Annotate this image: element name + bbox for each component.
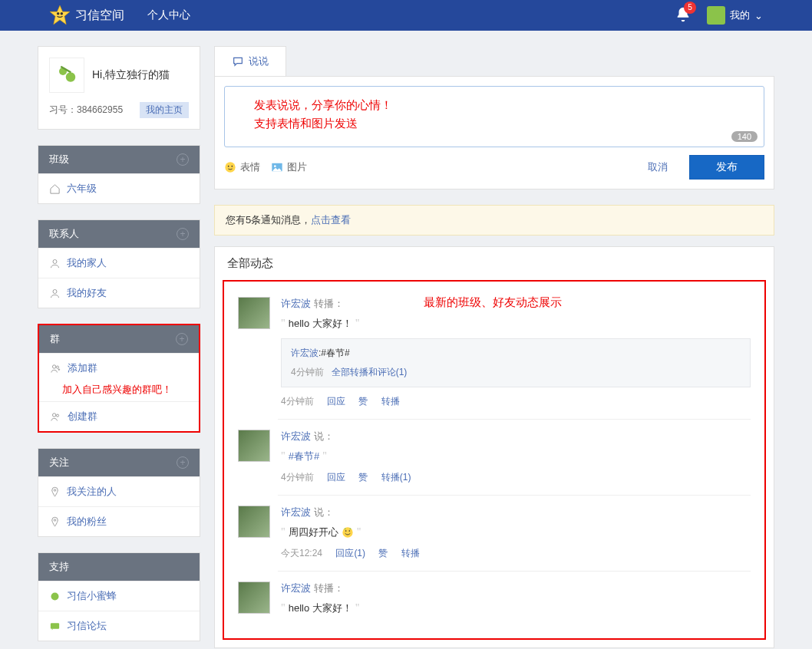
action-like[interactable]: 赞 [378,548,388,558]
svg-point-11 [56,414,58,417]
notice-link[interactable]: 点击查看 [311,214,351,226]
char-counter: 140 [731,131,758,142]
action-repost[interactable]: 转播 [401,548,420,558]
svg-point-8 [52,364,55,367]
pin-icon [49,486,61,498]
action-reply[interactable]: 回应 [327,472,345,483]
sidebar-item-followers[interactable]: 我的粉丝 [38,506,200,536]
quote-icon: " [322,450,327,463]
avatar[interactable] [238,581,270,614]
svg-point-13 [54,519,56,521]
svg-point-4 [66,72,76,82]
quote-icon: " [281,318,286,330]
add-icon[interactable]: + [176,333,188,345]
group-annotation: 加入自己感兴趣的群吧！ [39,383,199,401]
tab-shuoshuo[interactable]: 说说 [214,46,286,76]
topic-link[interactable]: #春节# [289,450,319,463]
quote-icon: " [281,526,286,539]
sidebar-item-bee[interactable]: 习信小蜜蜂 [38,581,200,611]
cancel-button[interactable]: 取消 [648,160,668,174]
user-icon [49,288,61,299]
action-repost[interactable]: 转播(1) [381,472,411,483]
nested-comments-link[interactable]: 全部转播和评论(1) [332,367,408,377]
user-menu[interactable]: 我的 ⌄ [707,6,763,25]
publish-button[interactable]: 发布 [689,155,764,180]
quote-icon: " [355,602,360,614]
action-reply[interactable]: 回应(1) [335,548,365,558]
nav-personal-center[interactable]: 个人中心 [147,8,190,22]
section-class: 班级+ 六年级 [38,145,200,204]
user-icon [49,258,61,269]
feed-post: 许宏波 说： "#春节#" 4分钟前 回应 赞 转播(1) [224,419,764,495]
add-icon[interactable]: + [177,228,189,240]
post-user[interactable]: 许宏波 [281,506,311,518]
avatar-icon [49,58,84,93]
feed-annotation: 最新的班级、好友动态展示 [424,295,562,310]
happy-emoji-icon [342,526,354,539]
sidebar-item-following[interactable]: 我关注的人 [38,476,200,506]
image-tool[interactable]: 图片 [271,160,307,174]
svg-point-9 [56,366,58,368]
section-support: 支持 习信小蜜蜂 习信论坛 [38,552,200,641]
svg-point-17 [228,166,229,167]
nested-post: 许宏波:#春节# 4分钟前全部转播和评论(1) [281,338,751,387]
add-icon[interactable]: + [177,153,189,166]
section-groups: 群+ 添加群 加入自己感兴趣的群吧！ 创建群 [38,324,200,433]
svg-point-22 [345,530,347,532]
sidebar-item-create-group[interactable]: 创建群 [39,401,199,431]
quote-icon: " [281,450,286,463]
post-user[interactable]: 许宏波 [281,430,311,442]
feed-title: 全部动态 [215,247,774,280]
pin-icon [49,516,61,528]
group-icon [50,411,61,423]
section-title: 关注 [49,456,69,469]
sidebar-item-forum[interactable]: 习信论坛 [38,611,200,641]
sidebar-item-family[interactable]: 我的家人 [38,248,200,278]
action-like[interactable]: 赞 [358,396,368,407]
svg-rect-15 [51,623,59,629]
section-title: 联系人 [49,227,79,241]
compose-textarea[interactable]: 发表说说，分享你的心情！ 支持表情和图片发送 140 [224,86,764,147]
compose-annotation: 发表说说，分享你的心情！ 支持表情和图片发送 [236,96,753,133]
smile-icon [224,161,236,173]
homepage-link[interactable]: 我的主页 [140,102,189,118]
svg-point-23 [348,530,350,532]
svg-point-20 [274,165,276,167]
quote-icon: " [357,526,361,539]
group-add-icon [50,363,61,374]
post-user[interactable]: 许宏波 [281,298,311,309]
quote-icon: " [355,318,360,330]
brand-text: 习信空间 [75,8,124,24]
chat-icon [49,621,61,632]
action-like[interactable]: 赞 [358,472,368,483]
nested-user[interactable]: 许宏波 [291,348,319,358]
svg-point-2 [61,12,64,15]
section-title: 支持 [49,560,69,574]
notification-badge: 5 [684,2,696,14]
sidebar-item-add-group[interactable]: 添加群 [39,353,199,383]
add-icon[interactable]: + [177,456,189,469]
quote-icon: " [281,602,286,614]
post-user[interactable]: 许宏波 [281,582,311,594]
feed-post: 许宏波 转播： "hello 大家好！" [224,571,764,634]
sidebar-item-grade[interactable]: 六年级 [38,173,200,203]
section-title: 群 [50,332,60,346]
brand-logo[interactable]: 习信空间 [49,5,124,26]
svg-point-1 [57,12,60,15]
action-repost[interactable]: 转播 [381,396,400,407]
bee-icon [49,591,61,602]
action-reply[interactable]: 回应 [327,396,345,407]
notifications-button[interactable]: 5 [675,6,692,25]
section-title: 班级 [49,153,69,166]
notice-bar: 您有5条通知消息，点击查看 [214,205,774,236]
svg-point-12 [54,489,56,491]
emoji-tool[interactable]: 表情 [224,160,260,174]
feed: 全部动态 最新的班级、好友动态展示 许宏波 转播： "hello 大家好！" 许… [214,246,774,648]
avatar-icon [707,6,725,25]
avatar[interactable] [238,506,270,538]
sidebar-item-friends[interactable]: 我的好友 [38,278,200,308]
avatar[interactable] [238,297,270,329]
svg-point-10 [52,413,55,416]
avatar[interactable] [238,430,270,462]
svg-point-14 [51,592,59,600]
